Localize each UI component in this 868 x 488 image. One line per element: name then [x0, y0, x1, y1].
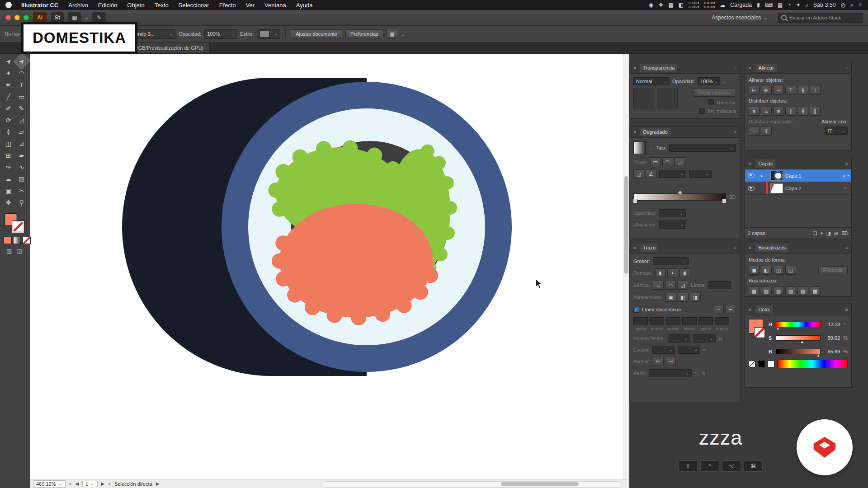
gradient-stroke-option-button[interactable]: ▭ [650, 157, 661, 166]
arrowhead-start-select[interactable]: ⌄ [668, 334, 690, 343]
menu-item[interactable]: Seleccionar [174, 2, 214, 9]
align-stroke-option-button[interactable]: ◨ [690, 293, 701, 302]
close-icon[interactable]: ✕ [748, 66, 752, 70]
zoom-level-select[interactable]: 469.12%⌄ [33, 480, 66, 488]
hue-value[interactable]: 13.33 [824, 322, 840, 327]
rectangle-tool[interactable]: ▭ [15, 91, 28, 102]
screen-mode-icon[interactable]: ◫ [16, 248, 22, 254]
zoom-window-button[interactable] [24, 15, 29, 20]
workspace-switcher[interactable]: Aspectos esenciales ⌄ [712, 14, 768, 21]
stock-search-input[interactable]: Buscar en Adobe Stock [778, 13, 863, 23]
blend-tool[interactable]: ∿ [15, 161, 28, 173]
last-artboard-button[interactable]: » [108, 481, 111, 486]
brightness-slider[interactable]: ▲ [776, 349, 821, 354]
vertical-scrollbar[interactable] [623, 53, 629, 479]
arrow-align-button[interactable]: ⊣ [665, 357, 676, 366]
arrowhead-end-select[interactable]: ⌄ [693, 334, 716, 343]
panel-tab-layers[interactable]: Capas [755, 160, 775, 168]
column-graph-tool[interactable]: ▥ [15, 173, 28, 184]
panel-tab-gradient[interactable]: Degradado [640, 128, 670, 136]
gradient-stop-end[interactable] [722, 199, 726, 203]
artboard-select[interactable]: 1⌄ [82, 481, 98, 487]
target-circle-icon[interactable]: ○ [842, 173, 845, 178]
panel-menu-icon[interactable]: ≡ [734, 65, 736, 70]
mesh-tool[interactable]: ⊞ [2, 150, 15, 161]
chevron-down-icon[interactable]: ⌄ [85, 15, 89, 20]
black-swatch[interactable] [758, 361, 765, 367]
artboard-tool[interactable]: ▣ [2, 185, 15, 196]
close-icon[interactable]: ✕ [748, 245, 752, 250]
adobe-stock-badge[interactable]: St [51, 12, 64, 23]
gradient-angle-icon[interactable]: ◿ [633, 169, 644, 178]
canvas[interactable] [30, 53, 629, 479]
color-mode-button[interactable] [4, 237, 12, 244]
link-scale-icon[interactable]: ∞ [703, 347, 707, 352]
panel-menu-icon[interactable]: ≡ [734, 129, 736, 135]
gradient-tool[interactable]: ▰ [15, 150, 28, 161]
gradient-stop-start[interactable] [633, 199, 637, 203]
dash-value-field[interactable] [682, 317, 697, 325]
close-icon[interactable]: ✕ [633, 130, 637, 135]
airplay-icon[interactable]: ◔ [788, 2, 791, 8]
distribute-spacing-button[interactable]: ⇔ [749, 127, 760, 136]
clip-checkbox[interactable] [708, 99, 714, 105]
network-meter[interactable]: 0 KB/s 0 KB/s [689, 1, 699, 9]
hand-tool[interactable]: ✥ [2, 197, 15, 208]
align-object-button[interactable]: ⊤ [785, 86, 796, 95]
cap-option-button[interactable]: ▮ [679, 268, 690, 277]
width-profile-select[interactable]: ⌄ [649, 369, 692, 377]
shape-mode-button[interactable]: ◼ [749, 266, 760, 275]
align-object-button[interactable]: ⊥ [810, 86, 821, 95]
panel-menu-icon[interactable]: ≡ [845, 307, 848, 312]
slider-thumb[interactable]: ▲ [776, 326, 780, 330]
align-object-button[interactable]: ⊪ [761, 86, 772, 95]
close-icon[interactable]: ✕ [633, 245, 637, 250]
perspective-grid-tool[interactable]: ⊿ [15, 138, 28, 149]
none-swatch[interactable] [749, 361, 755, 367]
menu-item[interactable]: Efecto [214, 2, 241, 9]
brightness-value[interactable]: 95.69 [824, 349, 840, 354]
menu-item[interactable]: Archivo [63, 2, 93, 9]
layer-name[interactable]: Capa 1 [785, 173, 801, 178]
gradient-type-select[interactable]: ⌄ [669, 144, 736, 152]
status-expand-icon[interactable]: ▶ [156, 481, 160, 486]
distribute-object-button[interactable]: ≣ [761, 107, 772, 116]
arrow-align-button[interactable]: ⊢ [653, 357, 664, 366]
pathfinder-button[interactable]: ▩ [810, 286, 821, 296]
style-select[interactable]: ⌄ [257, 29, 280, 39]
panel-tab-color[interactable]: Color [755, 305, 773, 314]
corner-option-button[interactable]: ◿ [677, 281, 688, 290]
scrollbar-thumb[interactable] [501, 482, 579, 486]
saturation-slider[interactable]: ▲ [776, 335, 821, 341]
layer-row[interactable]: ▸ Capa 1 ○ ▪ [745, 169, 851, 182]
miter-limit-field[interactable] [708, 281, 731, 289]
dash-value-field[interactable] [666, 317, 680, 325]
prev-artboard-button[interactable]: ◀ [75, 481, 79, 486]
meter-icon[interactable]: ▦ [668, 2, 673, 8]
shape-mode-button[interactable]: ◫ [773, 266, 784, 275]
align-object-button[interactable]: ⊣ [773, 86, 784, 95]
target-circle-icon[interactable]: ○ [844, 186, 847, 191]
saturation-value[interactable]: 59.02 [824, 335, 840, 341]
arrow-scale-end-field[interactable]: ⌄ [678, 346, 700, 354]
gradient-stroke-option-button[interactable]: ◠ [662, 157, 673, 166]
menu-item[interactable]: Ayuda [291, 2, 318, 9]
cloud-icon[interactable]: ☁ [720, 2, 725, 8]
gradient-angle-icon[interactable]: ∠ [646, 169, 656, 178]
distribute-object-button[interactable]: ∥ [810, 107, 821, 116]
display-icon[interactable]: ❖ [659, 2, 664, 8]
opacity-select[interactable]: 100%⌄ [698, 77, 720, 85]
none-mode-button[interactable] [23, 237, 31, 244]
align-object-button[interactable]: ⊢ [749, 86, 760, 95]
menu-item[interactable]: Texto [150, 2, 174, 9]
keyboard-icon[interactable]: ⌨ [765, 2, 773, 8]
dash-value-field[interactable] [715, 317, 729, 325]
display2-icon[interactable]: ▤ [778, 2, 783, 8]
preferences-button[interactable]: Preferencias [345, 29, 383, 38]
eyedropper-tool[interactable]: ✑ [2, 161, 15, 173]
free-transform-tool[interactable]: ▱ [15, 126, 28, 137]
layers-footer-icon[interactable]: ⊞ [834, 230, 838, 236]
pen-tool[interactable]: ✒ [2, 79, 15, 90]
swap-arrowheads-icon[interactable]: ⇄ [718, 336, 722, 342]
dashed-line-checkbox[interactable]: ✓ [633, 307, 639, 313]
